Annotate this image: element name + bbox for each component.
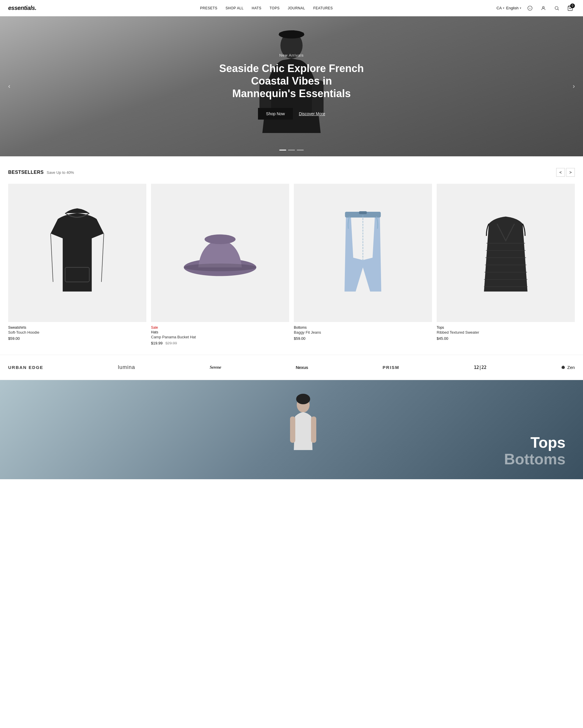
hero-actions: Shop Now Discover More: [219, 108, 364, 120]
product-category-2: Bottoms: [294, 326, 432, 330]
svg-point-4: [555, 6, 558, 10]
svg-point-18: [184, 263, 256, 271]
svg-point-30: [296, 394, 310, 404]
carousel-next-button[interactable]: >: [566, 168, 575, 177]
product-price-1: $19.99 $29.99: [151, 341, 289, 345]
language-chevron-icon: ▾: [520, 6, 521, 10]
product-price-0: $59.00: [8, 336, 146, 341]
main-nav: PRESETS SHOP ALL HATS TOPS JOURNAL FEATU…: [200, 6, 333, 10]
shop-now-button[interactable]: Shop Now: [258, 108, 293, 120]
carousel-prev-button[interactable]: <: [556, 168, 565, 177]
brand-1222: 12|22: [474, 365, 487, 370]
product-original-price-1: $29.99: [165, 341, 177, 345]
product-card-3[interactable]: Tops Ribbed Textured Sweater $45.00: [437, 184, 575, 345]
product-category-0: Sweatshirts: [8, 326, 146, 330]
brand-prism: PRISM: [383, 365, 400, 370]
product-name-1: Camp Panama Bucket Hat: [151, 335, 289, 339]
dot-3[interactable]: [297, 150, 304, 151]
product-card-2[interactable]: Bottoms Baggy Fit Jeans $59.00: [294, 184, 432, 345]
section-title-group: BESTSELLERS Save Up to 40%: [8, 170, 74, 175]
products-grid: Sweatshirts Soft-Touch Hoodie $59.00 Sal…: [8, 184, 575, 345]
nav-presets[interactable]: PRESETS: [200, 6, 218, 10]
nav-hats[interactable]: HATS: [252, 6, 261, 10]
hero-title: Seaside Chic Explore French Coastal Vibe…: [219, 62, 364, 100]
product-name-2: Baggy Fit Jeans: [294, 330, 432, 335]
svg-rect-31: [290, 416, 295, 443]
discover-more-button[interactable]: Discover More: [299, 111, 325, 116]
category-section: Tops Bottoms: [0, 380, 583, 479]
product-price-3: $45.00: [437, 336, 575, 341]
region-selector[interactable]: CA ▾: [496, 6, 504, 10]
search-button[interactable]: [552, 3, 561, 13]
locale-selector: CA ▾ English ▾: [496, 6, 521, 10]
category-titles: Tops Bottoms: [504, 434, 565, 468]
dot-2[interactable]: [288, 150, 295, 151]
section-header: BESTSELLERS Save Up to 40% < >: [8, 168, 575, 177]
cart-button[interactable]: 0: [565, 3, 575, 13]
svg-line-15: [102, 234, 104, 282]
nav-shop-all[interactable]: SHOP ALL: [226, 6, 244, 10]
svg-point-17: [205, 234, 235, 244]
product-price-2: $59.00: [294, 336, 432, 341]
brand-lumina: lumina: [118, 364, 135, 370]
svg-line-5: [558, 9, 558, 10]
svg-rect-20: [359, 211, 367, 214]
hero-next-button[interactable]: ›: [569, 80, 578, 93]
brand-nexus: Nexus: [296, 365, 308, 370]
cart-count: 0: [570, 3, 575, 8]
hero-prev-button[interactable]: ‹: [5, 80, 14, 93]
svg-rect-32: [311, 416, 316, 443]
product-image-3: [437, 184, 575, 322]
region-chevron-icon: ▾: [503, 6, 504, 10]
category-title-main: Tops: [504, 434, 565, 451]
hero-content: New Arrivals Seaside Chic Explore French…: [207, 53, 376, 120]
brand-urban-edge: URBAN EDGE: [8, 365, 44, 370]
product-card-1[interactable]: Sale Hats Camp Panama Bucket Hat $19.99 …: [151, 184, 289, 345]
nav-journal[interactable]: JOURNAL: [288, 6, 305, 10]
carousel-nav: < >: [556, 168, 575, 177]
dot-1[interactable]: [279, 150, 286, 151]
product-category-3: Tops: [437, 326, 575, 330]
nav-features[interactable]: FEATURES: [313, 6, 333, 10]
product-image-1: [151, 184, 289, 322]
section-title: BESTSELLERS: [8, 170, 44, 175]
product-card-0[interactable]: Sweatshirts Soft-Touch Hoodie $59.00: [8, 184, 146, 345]
info-button[interactable]: [525, 3, 535, 13]
account-button[interactable]: [539, 3, 548, 13]
svg-line-14: [51, 234, 53, 282]
hero-section: ‹ New Arrivals Seaside Chic Explore Fren…: [0, 16, 583, 156]
product-name-3: Ribbed Textured Sweater: [437, 330, 575, 335]
product-image-0: [8, 184, 146, 322]
header-actions: CA ▾ English ▾ 0: [496, 3, 575, 13]
bestsellers-section: BESTSELLERS Save Up to 40% < >: [0, 156, 583, 355]
product-name-0: Soft-Touch Hoodie: [8, 330, 146, 335]
nav-tops[interactable]: TOPS: [270, 6, 280, 10]
logo[interactable]: essentials.: [8, 5, 36, 11]
svg-rect-12: [292, 30, 295, 35]
section-subtitle: Save Up to 40%: [47, 170, 74, 175]
site-header: essentials. PRESETS SHOP ALL HATS TOPS J…: [0, 0, 583, 16]
product-image-2: [294, 184, 432, 322]
language-selector[interactable]: English ▾: [506, 6, 521, 10]
hero-dots: [279, 150, 304, 151]
product-category-label-1: Hats: [151, 330, 289, 334]
brand-serene: Serene: [210, 365, 221, 370]
product-category-1: Sale: [151, 326, 289, 330]
brands-section: URBAN EDGE lumina Serene Nexus PRISM 12|…: [0, 355, 583, 380]
hero-label: New Arrivals: [219, 53, 364, 57]
category-figure: [274, 392, 332, 479]
svg-point-3: [543, 6, 544, 8]
brand-zen: Zen: [561, 365, 575, 370]
category-title-sub: Bottoms: [504, 451, 565, 468]
